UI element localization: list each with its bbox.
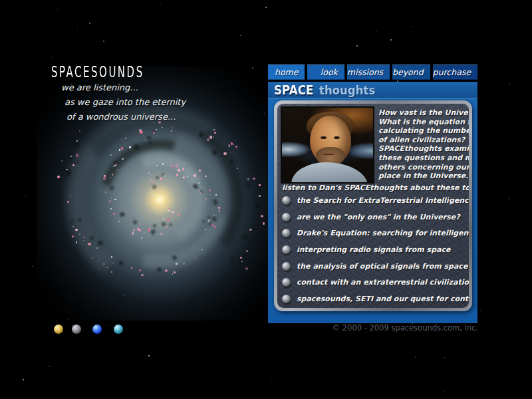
- metal-frame: How vast is the Universe? What is the eq…: [274, 100, 472, 311]
- intro-line: others concerning our: [378, 163, 469, 172]
- intro-line: calculating the number: [378, 126, 469, 136]
- topic-label: are we the "only ones" in the Universe?: [297, 213, 460, 221]
- intro-line: these questions and many: [378, 154, 469, 163]
- intro-line: How vast is the Universe?: [378, 108, 469, 118]
- topic-label: contact with an extraterrestrial civiliz…: [297, 278, 469, 287]
- listen-heading: listen to Dan's SPACEthoughts about thes…: [282, 184, 469, 192]
- topic-item-drakes-equation[interactable]: Drake's Equation: searching for intellig…: [282, 225, 469, 241]
- intro-line: SPACEthoughts examines: [378, 144, 469, 154]
- tagline-line: of a wondrous universe...: [61, 110, 186, 124]
- tab-label: purchase: [433, 67, 471, 77]
- topic-item-only-ones[interactable]: are we the "only ones" in the Universe?: [282, 209, 469, 225]
- site-logo: SPACESOUNDS: [51, 63, 144, 81]
- spacethoughts-title-light: thoughts: [319, 83, 375, 97]
- blue-sphere-button[interactable]: [92, 325, 102, 334]
- topic-label: Drake's Equation: searching for intellig…: [297, 229, 469, 237]
- tab-label: beyond: [392, 67, 424, 77]
- copyright-text: © 2000 - 2009 spacesounds.com, inc.: [268, 323, 478, 332]
- photo-eye: [334, 136, 340, 139]
- tab-label: home: [275, 67, 298, 77]
- tagline: we are listening... as we gaze into the …: [61, 80, 186, 124]
- sphere-bullet-icon: [282, 295, 291, 303]
- sphere-bullet-icon: [282, 245, 291, 254]
- nav-tabs: home look missions beyond purchase: [268, 65, 477, 80]
- photo-eye: [321, 136, 327, 139]
- spacethoughts-title-bold: SPACE: [274, 82, 313, 97]
- tab-beyond[interactable]: beyond: [392, 65, 430, 80]
- tab-look[interactable]: look: [307, 65, 344, 80]
- topics-list: the Search for ExtraTerrestrial Intellig…: [282, 192, 469, 307]
- sphere-bullet-icon: [282, 262, 291, 271]
- sphere-bullet-icon: [282, 196, 291, 205]
- tab-label: look: [321, 67, 338, 77]
- intro-line: of alien civilizations?: [378, 136, 469, 145]
- sphere-bullet-icon: [282, 229, 291, 237]
- metal-panel: How vast is the Universe? What is the eq…: [277, 104, 469, 308]
- dan-photo: [281, 106, 374, 184]
- topic-item-contact[interactable]: contact with an extraterrestrial civiliz…: [282, 274, 469, 291]
- tab-missions[interactable]: missions: [347, 65, 390, 80]
- intro-line: What is the equation for: [378, 118, 469, 127]
- tagline-line: as we gaze into the eternity: [61, 95, 186, 110]
- tab-label: missions: [347, 67, 383, 77]
- tagline-line: we are listening...: [61, 80, 186, 95]
- topic-item-optical-signals[interactable]: the analysis of optical signals from spa…: [282, 258, 469, 275]
- topic-item-quest[interactable]: spacesounds, SETI and our quest for cont…: [282, 291, 469, 307]
- spacethoughts-header: SPACE thoughts: [268, 82, 477, 99]
- panel-body: How vast is the Universe? What is the eq…: [268, 99, 477, 323]
- topic-item-radio-signals[interactable]: interpreting radio signals from space: [282, 241, 469, 258]
- topic-item-seti[interactable]: the Search for ExtraTerrestrial Intellig…: [282, 192, 469, 209]
- tab-home[interactable]: home: [268, 65, 305, 80]
- photo-shirt: [291, 162, 368, 184]
- intro-line: place in the Universe...: [378, 172, 469, 181]
- intro-text: How vast is the Universe? What is the eq…: [378, 108, 469, 181]
- topic-label: spacesounds, SETI and our quest for cont…: [297, 295, 469, 303]
- teal-sphere-button[interactable]: [114, 325, 123, 334]
- gold-sphere-button[interactable]: [54, 325, 63, 334]
- tab-purchase[interactable]: purchase: [433, 65, 477, 80]
- topic-label: interpreting radio signals from space: [297, 245, 450, 254]
- sphere-bullet-icon: [282, 278, 291, 287]
- topic-label: the analysis of optical signals from spa…: [297, 262, 467, 271]
- content-panel: home look missions beyond purchase SPACE…: [268, 65, 477, 323]
- spacesounds-page: SPACESOUNDS we are listening... as we ga…: [0, 0, 532, 399]
- topic-label: the Search for ExtraTerrestrial Intellig…: [297, 196, 469, 205]
- sphere-bullet-icon: [282, 213, 291, 221]
- silver-sphere-button[interactable]: [72, 325, 81, 334]
